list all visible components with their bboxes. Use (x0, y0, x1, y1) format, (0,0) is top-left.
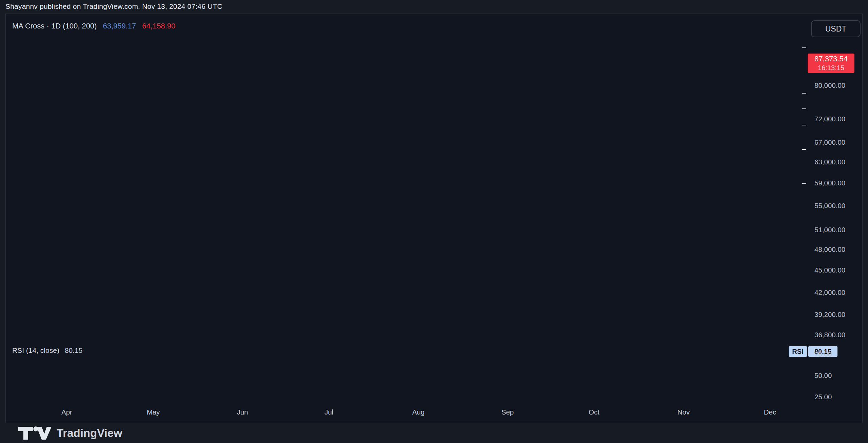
month-tick-label: Jun (237, 408, 248, 416)
price-tick-label: 48,000.00 (814, 245, 845, 254)
price-tick-label: 80,000.00 (814, 81, 845, 89)
rsi-chip-label: RSI (792, 348, 803, 356)
price-tick-label: 72,000.00 (814, 115, 845, 123)
tradingview-logo-icon (18, 425, 52, 441)
rsi-tick-label: 75.00 (814, 350, 832, 358)
rsi-title[interactable]: RSI (14, close) (12, 346, 59, 355)
rsi-tick-label: 50.00 (814, 371, 832, 380)
fib-label-tick (802, 183, 806, 184)
month-tick-label: Sep (501, 408, 514, 416)
fib-label-tick (802, 108, 806, 109)
month-tick-label: Oct (589, 408, 599, 416)
ma100-value: 63,959.17 (103, 22, 136, 31)
fib-label-tick (802, 149, 806, 150)
indicator-title[interactable]: MA Cross · 1D (100, 200) (12, 22, 97, 31)
month-tick-label: Jul (324, 408, 333, 416)
month-tick-label: Aug (412, 408, 425, 416)
month-tick-label: May (147, 408, 160, 416)
rsi-tick-label: 25.00 (814, 393, 832, 401)
month-tick-label: Nov (677, 408, 690, 416)
rsi-header-value: 80.15 (65, 346, 83, 355)
month-tick-label: Dec (764, 408, 776, 416)
tradingview-logo-text: TradingView (57, 427, 122, 440)
price-tick-label: 39,200.00 (814, 310, 845, 319)
tradingview-attribution[interactable]: TradingView (18, 425, 122, 441)
indicator-header: MA Cross · 1D (100, 200) 63,959.17 64,15… (12, 22, 175, 31)
price-tick-label: 45,000.00 (814, 266, 845, 274)
fib-label-tick (802, 93, 806, 94)
rsi-header: RSI (14, close) 80.15 (12, 346, 82, 355)
fib-label-tick (802, 125, 806, 125)
chart-frame (5, 14, 863, 423)
price-tick-label: 59,000.00 (814, 179, 845, 187)
price-tick-label: 55,000.00 (814, 202, 845, 210)
month-tick-label: Apr (61, 408, 72, 416)
published-banner: Shayannv published on TradingView.com, N… (5, 2, 222, 11)
price-tick-label: 42,000.00 (814, 288, 845, 297)
price-tick-label: 36,800.00 (814, 331, 845, 339)
ma200-value: 64,158.90 (142, 22, 175, 31)
price-tick-label: 67,000.00 (814, 138, 845, 146)
price-tick-label: 63,000.00 (814, 158, 845, 166)
price-tick-label: 51,000.00 (814, 226, 845, 234)
fib-label-tick (802, 47, 806, 48)
rsi-axis-chip: RSI (789, 346, 807, 357)
